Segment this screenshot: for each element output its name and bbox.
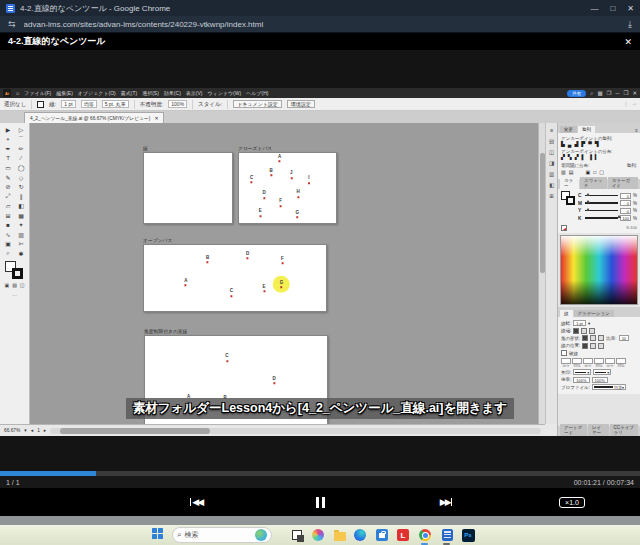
distribute-button[interactable]: ▞ <box>561 155 565 160</box>
spacing-v-button[interactable]: ▤ <box>569 170 574 175</box>
document-tab[interactable]: 4_2_ペンツール_直線.ai @ 66.67% (CMYK/プレビュー) ✕ <box>24 112 164 123</box>
tool-line-segment[interactable]: ∕ <box>15 154 28 164</box>
share-button[interactable]: 共有 <box>567 90 586 97</box>
tool-ellipse[interactable]: ◯ <box>15 163 28 173</box>
none-swatch[interactable] <box>561 225 567 231</box>
cap-round-button[interactable] <box>581 328 587 334</box>
align-inside-button[interactable] <box>590 343 596 349</box>
spacing-h-button[interactable]: ▥ <box>561 170 566 175</box>
channel-slider[interactable] <box>585 195 618 197</box>
tool-free-transform[interactable]: ▱ <box>2 201 15 211</box>
anchor-point[interactable]: F <box>281 257 284 265</box>
reload-icon[interactable]: ⇆ <box>8 19 16 29</box>
stroke-weight-value[interactable]: 1 pt <box>573 320 586 326</box>
pause-button[interactable] <box>306 488 334 516</box>
tool-rotate[interactable]: ↻ <box>15 182 28 192</box>
align-outside-button[interactable] <box>598 343 604 349</box>
tab-transform[interactable]: 変形 <box>560 126 577 133</box>
corner-miter-button[interactable] <box>582 335 588 341</box>
document-setup-button[interactable]: ドキュメント設定 <box>233 100 282 108</box>
bottom-panel-tab[interactable]: CCライブラリ <box>610 424 638 436</box>
channel-value[interactable]: 100 <box>620 215 631 221</box>
tool-artboard[interactable]: ✄ <box>15 239 28 249</box>
screen-mode-icon[interactable]: ◫ <box>20 282 25 288</box>
align-to-artboard-button[interactable]: ▢ <box>599 170 604 175</box>
tool-rectangle[interactable]: ▭ <box>2 163 15 173</box>
tab-color[interactable]: カラー <box>560 177 579 189</box>
panel-icon[interactable]: ▥ <box>549 171 554 177</box>
anchor-point[interactable]: G <box>295 211 299 219</box>
anchor-point[interactable]: A <box>184 279 187 287</box>
menu-item[interactable]: 効果(C) <box>164 90 181 96</box>
align-button[interactable]: ▟ <box>574 142 578 147</box>
channel-slider[interactable] <box>585 217 618 219</box>
fill-swatch[interactable] <box>37 101 44 108</box>
ai-restore-icon[interactable]: ❒ <box>623 90 628 96</box>
artboard-2[interactable]: A B J C I D H F <box>238 152 337 224</box>
arrow-start-dropdown[interactable]: ▾ <box>573 369 591 375</box>
tool-zoom[interactable]: ⌕ <box>2 249 15 259</box>
fill-stroke-swatches[interactable] <box>0 260 30 282</box>
tab-gradient[interactable]: グラデーション <box>574 310 614 317</box>
tool-blend[interactable]: ∿ <box>2 230 15 240</box>
playback-speed-button[interactable]: ×1.0 <box>552 488 592 516</box>
channel-value[interactable]: 0 <box>620 208 631 214</box>
anchor-point[interactable]: B <box>206 256 209 264</box>
profile-dropdown[interactable]: 均等 ▾ <box>592 384 626 390</box>
menu-item[interactable]: 編集(E) <box>56 90 73 96</box>
search-icon[interactable]: ⌕ <box>590 90 593 97</box>
distribute-button[interactable]: ▌ <box>582 155 586 160</box>
distribute-button[interactable]: ▚ <box>568 155 572 160</box>
corner-round-button[interactable] <box>590 335 596 341</box>
align-center-button[interactable] <box>582 343 588 349</box>
dash-checkbox[interactable] <box>561 350 567 356</box>
panel-icon[interactable]: ◨ <box>549 160 554 166</box>
channel-slider[interactable] <box>585 202 618 204</box>
anchor-point[interactable]: F <box>279 200 282 208</box>
color-stroke-proxy[interactable] <box>566 196 575 205</box>
maximize-button[interactable]: □ <box>610 4 615 13</box>
tool-type[interactable]: T <box>2 154 15 164</box>
taskbar-search-box[interactable]: ⌕ 検索 <box>172 527 272 543</box>
chrome-button[interactable] <box>418 528 432 542</box>
cap-projecting-button[interactable] <box>589 328 595 334</box>
scale-start-field[interactable]: 100% <box>573 377 589 383</box>
tool-shaper[interactable]: ◇ <box>15 173 28 183</box>
panel-icon[interactable]: ⊞ <box>549 193 554 199</box>
panel-icon[interactable]: ◧ <box>549 182 554 188</box>
tool-shape-builder[interactable]: ◧ <box>15 201 28 211</box>
draw-normal-icon[interactable]: ▣ <box>4 282 9 288</box>
anchor-point[interactable]: C <box>250 176 253 184</box>
align-button[interactable]: ▜ <box>595 142 599 147</box>
align-button[interactable]: ▀ <box>588 142 592 147</box>
edge-button[interactable] <box>353 528 367 542</box>
task-view-button[interactable] <box>290 528 304 542</box>
draw-behind-icon[interactable]: ▨ <box>12 282 17 288</box>
anchor-point[interactable]: C <box>230 289 233 297</box>
anchor-point[interactable]: A <box>278 155 281 163</box>
tool-curvature[interactable]: ✏ <box>15 144 28 154</box>
tool-perspective-grid[interactable]: ⊞ <box>2 211 15 221</box>
copilot-button[interactable] <box>311 528 325 542</box>
tab-swatches[interactable]: スウォッチ <box>580 177 607 189</box>
brush-dropdown[interactable]: 5 pt. 丸筆 <box>102 100 129 108</box>
tool-selection[interactable]: ▶ <box>2 125 15 135</box>
bottom-panel-tab[interactable]: アートボード <box>560 424 587 436</box>
menu-item[interactable]: 選択(S) <box>142 90 159 96</box>
menu-item[interactable]: ウィンドウ(W) <box>207 90 241 96</box>
scale-end-field[interactable]: 100% <box>592 377 608 383</box>
tool-direct-selection[interactable]: ▷ <box>15 125 28 135</box>
anchor-point[interactable]: D <box>246 252 249 260</box>
tab-align[interactable]: 整列 <box>578 126 595 133</box>
distribute-button[interactable]: ▞ <box>575 155 579 160</box>
ratio-field[interactable]: 10 <box>619 335 629 341</box>
anchor-point[interactable]: B <box>269 169 272 177</box>
stroke-proxy[interactable] <box>12 268 23 279</box>
arrange-docs-icon[interactable]: ▦ <box>597 90 602 96</box>
canvas-vscrollbar[interactable] <box>538 123 545 424</box>
artboard-3[interactable]: B D F A C E G <box>143 244 327 312</box>
anchor-point[interactable]: C <box>225 355 228 363</box>
tool-lasso[interactable]: ⌒ <box>15 135 28 145</box>
artboard-nav-next-icon[interactable]: ▸ <box>44 428 46 433</box>
zoom-level[interactable]: 66.67% <box>4 428 20 433</box>
